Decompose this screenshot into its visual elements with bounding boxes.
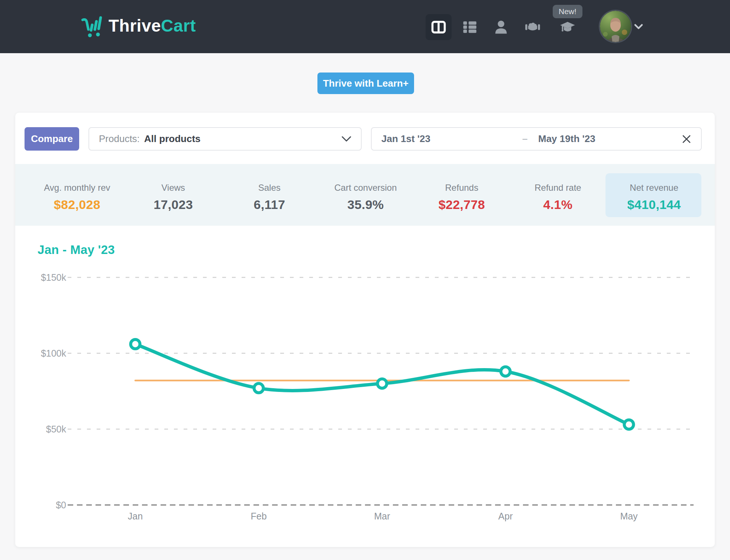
stat-value: 4.1%	[510, 197, 606, 212]
handshake-icon	[524, 19, 541, 35]
chevron-down-icon	[342, 136, 351, 142]
y-axis-tick-label: $150k	[41, 272, 67, 283]
thrivecart-dashboard: ThriveCart	[0, 0, 730, 560]
stat-label: Avg. monthly rev	[29, 183, 125, 193]
stat-value: $22,778	[414, 197, 510, 212]
nav-customers-button[interactable]	[488, 14, 514, 40]
products-select-value: All products	[144, 133, 201, 145]
analytics-card: Compare Products: All products Jan 1st '…	[15, 113, 715, 547]
stat-value: 35.9%	[317, 197, 414, 212]
data-point-mar[interactable]	[378, 379, 387, 388]
thrive-with-learn-button[interactable]: Thrive with Learn+	[317, 73, 414, 94]
avatar-photo	[600, 11, 631, 42]
stat-value: $82,028	[29, 197, 125, 212]
stat-label: Refund rate	[510, 183, 606, 193]
account-menu-chevron-icon[interactable]	[634, 23, 643, 30]
stat-sales: Sales 6,117	[221, 183, 317, 226]
stat-label: Views	[125, 183, 222, 193]
brand-wordmark: ThriveCart	[109, 16, 196, 36]
kpi-stats-band: Avg. monthly rev $82,028 Views 17,023 Sa…	[15, 164, 715, 226]
x-axis-tick-label: Feb	[251, 511, 267, 521]
date-range-picker[interactable]: Jan 1st '23 – May 19th '23	[371, 127, 702, 151]
x-axis-tick-label: Apr	[498, 511, 513, 521]
revenue-line-chart: $150k$100k$50k$0JanFebMarAprMay	[15, 265, 715, 537]
date-range-end[interactable]: May 19th '23	[538, 133, 595, 145]
top-navigation-bar: ThriveCart	[0, 0, 730, 53]
stat-label: Sales	[221, 183, 317, 193]
date-range-start[interactable]: Jan 1st '23	[381, 133, 430, 145]
promo-bold: Learn+	[377, 78, 408, 89]
stat-refund-rate: Refund rate 4.1%	[510, 183, 606, 226]
stat-label: Refunds	[414, 183, 510, 193]
stat-net-revenue: Net revenue $410,144	[606, 183, 702, 226]
x-axis-tick-label: Jan	[128, 511, 143, 521]
products-select[interactable]: Products: All products	[88, 127, 362, 151]
y-axis-tick-label: $50k	[46, 424, 67, 434]
graduation-cap-icon	[559, 19, 576, 35]
cart-logo-icon	[80, 13, 103, 38]
columns-dashboard-icon	[430, 19, 447, 35]
stat-refunds: Refunds $22,778	[414, 183, 510, 226]
new-feature-badge: New!	[553, 5, 582, 18]
chart-title: Jan - May '23	[38, 243, 115, 257]
data-point-may[interactable]	[624, 420, 634, 429]
stat-value: 17,023	[125, 197, 222, 212]
y-axis-tick-label: $100k	[41, 348, 67, 358]
stat-cart-conversion: Cart conversion 35.9%	[317, 183, 414, 226]
data-point-apr[interactable]	[501, 367, 510, 376]
nav-dashboard-button[interactable]	[426, 14, 452, 40]
y-axis-tick-label: $0	[56, 500, 66, 510]
nav-products-button[interactable]	[457, 14, 483, 40]
x-axis-tick-label: Mar	[374, 511, 390, 521]
stat-value: $410,144	[606, 197, 702, 212]
user-icon	[493, 19, 509, 35]
thrivecart-logo[interactable]: ThriveCart	[80, 13, 196, 38]
stat-views: Views 17,023	[125, 183, 222, 226]
promo-prefix: Thrive with	[323, 78, 374, 89]
stat-label: Net revenue	[606, 183, 702, 193]
stat-avg-monthly-rev: Avg. monthly rev $82,028	[29, 183, 125, 226]
clear-date-icon[interactable]	[682, 134, 691, 144]
data-point-feb[interactable]	[254, 383, 264, 393]
compare-button[interactable]: Compare	[25, 127, 79, 151]
stat-label: Cart conversion	[317, 183, 414, 193]
products-select-label: Products:	[99, 133, 140, 145]
stat-value: 6,117	[221, 197, 317, 212]
nav-affiliates-button[interactable]	[520, 14, 546, 40]
user-avatar[interactable]	[600, 11, 631, 42]
data-point-jan[interactable]	[131, 339, 140, 349]
date-range-separator: –	[522, 133, 527, 145]
list-view-icon	[462, 19, 478, 35]
x-axis-tick-label: May	[620, 511, 638, 521]
